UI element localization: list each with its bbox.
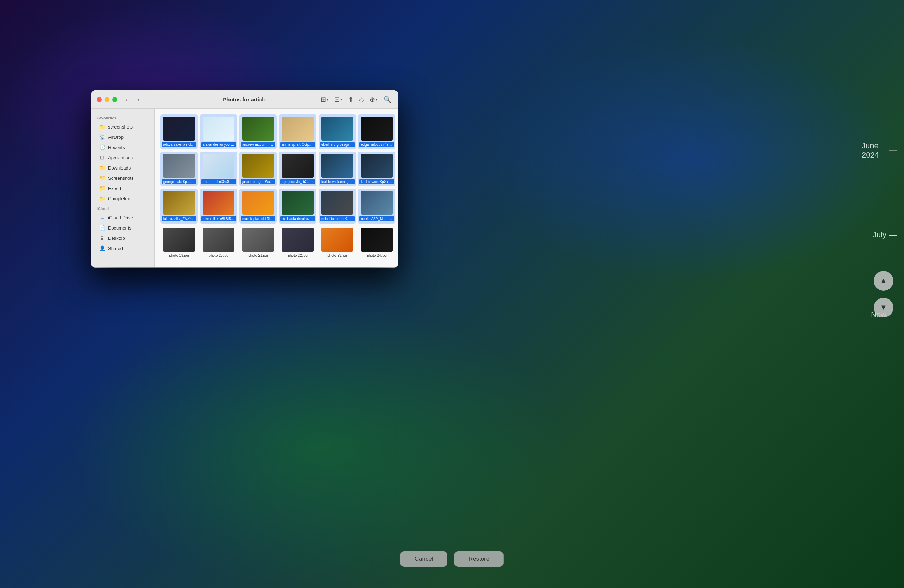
sidebar-item-screenshots[interactable]: 📁 screenshots xyxy=(93,122,152,132)
share-button[interactable]: ⬆ xyxy=(347,94,355,105)
back-button[interactable]: ‹ xyxy=(122,95,131,104)
downloads-folder-icon: 📁 xyxy=(99,164,105,171)
file-name: photo-23.jpg xyxy=(327,253,347,258)
airdrop-icon: 📡 xyxy=(99,134,105,140)
more-button[interactable]: ⊕ ▾ xyxy=(368,94,379,105)
forward-button[interactable]: › xyxy=(133,95,143,104)
file-area: aditya-saxena-ndlkbh-...plash.jpgalexand… xyxy=(155,109,398,267)
file-name: michaela-rimakov...plash.jpg xyxy=(280,216,315,221)
completed-folder-icon: 📁 xyxy=(99,195,105,202)
file-item[interactable]: aditya-saxena-ndlkbh-...plash.jpg xyxy=(160,114,198,149)
file-name: photo-20.jpg xyxy=(209,253,229,258)
file-item[interactable]: photo-20.jpg xyxy=(200,226,237,260)
file-item[interactable]: jason-leung-o-WaMjla...plash.jpg xyxy=(239,152,277,187)
favourites-label: Favourites xyxy=(91,113,154,122)
export-folder-icon: 📁 xyxy=(99,185,105,191)
apps-icon: ⊞ xyxy=(99,154,105,161)
file-item[interactable]: lala-azizli-v_ZAzY...plash.jpg xyxy=(160,188,198,224)
file-name: photo-19.jpg xyxy=(169,253,189,258)
sidebar-item-icloud-drive[interactable]: ☁ iCloud Drive xyxy=(93,213,152,223)
file-name: photo-24.jpg xyxy=(367,253,387,258)
content-area: Favourites 📁 screenshots 📡 AirDrop 🕐 Rec… xyxy=(91,109,398,267)
file-name: george-bale-0p...plash.jpg xyxy=(162,179,196,184)
file-name: jejo-jose-Jo_-bCJjCbs...lash.jpg xyxy=(280,179,315,184)
file-grid: aditya-saxena-ndlkbh-...plash.jpgalexand… xyxy=(160,114,393,260)
file-name: photo-21.jpg xyxy=(248,253,268,258)
file-name: photo-22.jpg xyxy=(288,253,308,258)
finder-main-window: ‹ › Photos for article ⊞ ▾ ⊟ ▾ ⬆ ◇ ⊕ ▾ 🔍 xyxy=(91,90,398,267)
file-item[interactable]: karl-bewick-ecxqjyu...plash.jpg xyxy=(319,152,356,187)
restore-button[interactable]: Restore xyxy=(455,551,504,567)
file-item[interactable]: george-bale-0p...plash.jpg xyxy=(160,152,198,187)
documents-icon: 📄 xyxy=(99,224,105,231)
icloud-label: iCloud xyxy=(91,204,154,212)
file-item[interactable]: hans-ott-En3Sd8...lash.jpg xyxy=(200,152,237,187)
traffic-lights xyxy=(97,97,117,102)
file-name: eberhard-grossga...lash.jpg xyxy=(320,142,354,147)
file-item[interactable]: edgar-infocus-r4zXphL...lash.jpg xyxy=(358,114,395,149)
title-bar: ‹ › Photos for article ⊞ ▾ ⊟ ▾ ⬆ ◇ ⊕ ▾ 🔍 xyxy=(91,90,398,109)
nav-buttons: ‹ › xyxy=(122,95,143,104)
tag-button[interactable]: ◇ xyxy=(358,94,365,105)
file-name: milad-fakurian-KQaDK...plash.jpg xyxy=(320,216,354,221)
sidebar-item-downloads[interactable]: 📁 Downloads xyxy=(93,163,152,173)
nav-arrows: ▲ ▼ xyxy=(874,271,893,318)
nav-down-button[interactable]: ▼ xyxy=(874,298,893,318)
folder-icon: 📁 xyxy=(99,123,105,130)
file-name: hans-ott-En3Sd8...lash.jpg xyxy=(201,179,236,184)
window-title: Photos for article xyxy=(223,96,266,103)
bottom-bar: Cancel Restore xyxy=(400,551,504,567)
file-item[interactable]: jejo-jose-Jo_-bCJjCbs...lash.jpg xyxy=(279,152,316,187)
maximize-button[interactable] xyxy=(112,97,117,102)
recents-icon: 🕐 xyxy=(99,144,105,150)
file-name: andrew-mccorm...lash.jpg xyxy=(241,142,275,147)
icloud-drive-icon: ☁ xyxy=(99,214,105,221)
timeline-item-june: June 2024 — xyxy=(861,141,897,160)
file-item[interactable]: photo-21.jpg xyxy=(239,226,277,260)
sidebar-item-documents[interactable]: 📄 Documents xyxy=(93,223,152,233)
file-name: aditya-saxena-ndlkbh-...plash.jpg xyxy=(162,142,196,147)
sidebar-item-applications[interactable]: ⊞ Applications xyxy=(93,153,152,163)
file-item[interactable]: photo-23.jpg xyxy=(319,226,356,260)
file-name: karl-bewick-SpSYKF...lash.jpg xyxy=(359,179,394,184)
sidebar-item-screenshots2[interactable]: 📁 Screenshots xyxy=(93,173,152,183)
file-name: jason-leung-o-WaMjla...plash.jpg xyxy=(241,179,275,184)
file-item[interactable]: andrew-mccorm...lash.jpg xyxy=(239,114,277,149)
shared-icon: 👤 xyxy=(99,245,105,251)
search-button[interactable]: 🔍 xyxy=(382,94,393,105)
file-name: noelle-JSP_Mj...plash.jpg xyxy=(359,216,394,221)
file-name: marek-piwnicki-RIReZgr...lash.jpg xyxy=(241,216,275,221)
file-item[interactable]: alexander-lunyov-XHOTb...plash.jpg xyxy=(200,114,237,149)
file-item[interactable]: noelle-JSP_Mj...plash.jpg xyxy=(358,188,395,224)
file-name: alexander-lunyov-XHOTb...plash.jpg xyxy=(201,142,236,147)
file-name: luke-miller-e8kBl55...lash.jpg xyxy=(201,216,236,221)
file-item[interactable]: marek-piwnicki-RIReZgr...lash.jpg xyxy=(239,188,277,224)
grid-view-button[interactable]: ⊟ ▾ xyxy=(333,94,344,105)
file-item[interactable]: annie-spratt-OGpmib...lash.jpg xyxy=(279,114,316,149)
file-item[interactable]: milad-fakurian-KQaDK...plash.jpg xyxy=(319,188,356,224)
file-item[interactable]: karl-bewick-SpSYKF...lash.jpg xyxy=(358,152,395,187)
file-item[interactable]: photo-19.jpg xyxy=(160,226,198,260)
view-toggle-button[interactable]: ⊞ ▾ xyxy=(319,94,330,105)
nav-up-button[interactable]: ▲ xyxy=(874,271,893,291)
toolbar-right: ⊞ ▾ ⊟ ▾ ⬆ ◇ ⊕ ▾ 🔍 xyxy=(319,94,393,105)
sidebar: Favourites 📁 screenshots 📡 AirDrop 🕐 Rec… xyxy=(91,109,155,267)
cancel-button[interactable]: Cancel xyxy=(400,551,447,567)
file-name: annie-spratt-OGpmib...lash.jpg xyxy=(280,142,315,147)
sidebar-item-completed[interactable]: 📁 Completed xyxy=(93,193,152,204)
file-item[interactable]: photo-22.jpg xyxy=(279,226,316,260)
file-name: karl-bewick-ecxqjyu...plash.jpg xyxy=(320,179,354,184)
file-name: lala-azizli-v_ZAzY...plash.jpg xyxy=(162,216,196,221)
minimize-button[interactable] xyxy=(104,97,109,102)
sidebar-item-airdrop[interactable]: 📡 AirDrop xyxy=(93,132,152,142)
file-item[interactable]: michaela-rimakov...plash.jpg xyxy=(279,188,316,224)
sidebar-item-recents[interactable]: 🕐 Recents xyxy=(93,142,152,152)
file-item[interactable]: luke-miller-e8kBl55...lash.jpg xyxy=(200,188,237,224)
sidebar-item-shared[interactable]: 👤 Shared xyxy=(93,243,152,253)
timeline-item-july: July — xyxy=(872,230,897,239)
sidebar-item-desktop[interactable]: 🖥 Desktop xyxy=(93,233,152,243)
close-button[interactable] xyxy=(97,97,102,102)
file-item[interactable]: eberhard-grossga...lash.jpg xyxy=(319,114,356,149)
sidebar-item-export[interactable]: 📁 Export xyxy=(93,183,152,193)
file-item[interactable]: photo-24.jpg xyxy=(358,226,395,260)
